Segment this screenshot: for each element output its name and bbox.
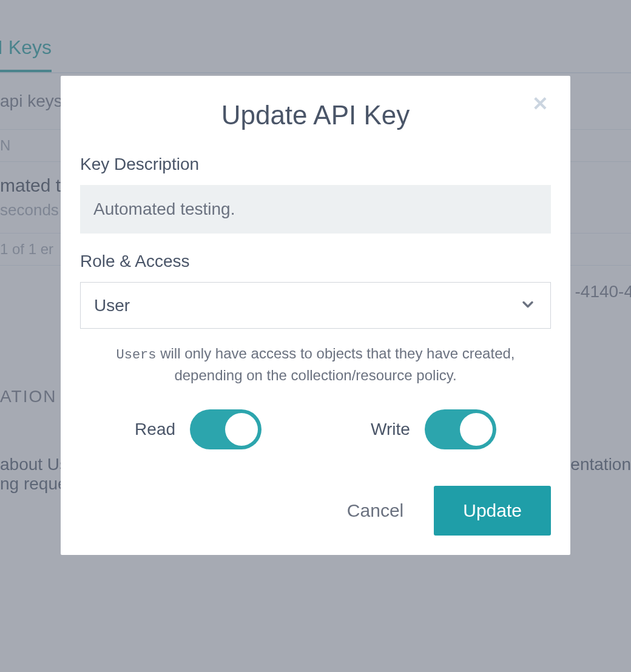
key-description-input[interactable] <box>80 185 551 234</box>
read-toggle[interactable] <box>190 409 262 449</box>
update-button[interactable]: Update <box>434 486 551 536</box>
update-api-key-modal: ✕ Update API Key Key Description Role & … <box>61 76 570 555</box>
write-label: Write <box>371 420 410 439</box>
role-helper-text: Users will only have access to objects t… <box>80 343 551 385</box>
write-toggle[interactable] <box>425 409 496 449</box>
modal-title: Update API Key <box>80 100 551 130</box>
role-select[interactable]: User <box>80 282 551 329</box>
read-label: Read <box>135 420 175 439</box>
write-permission-group: Write <box>371 409 496 449</box>
modal-actions: Cancel Update <box>80 486 551 536</box>
read-permission-group: Read <box>135 409 262 449</box>
role-access-label: Role & Access <box>80 252 551 271</box>
permissions-toggles: Read Write <box>80 409 551 449</box>
cancel-button[interactable]: Cancel <box>341 488 410 533</box>
close-icon[interactable]: ✕ <box>532 94 548 113</box>
key-description-label: Key Description <box>80 155 551 174</box>
modal-overlay: ✕ Update API Key Key Description Role & … <box>0 0 631 672</box>
